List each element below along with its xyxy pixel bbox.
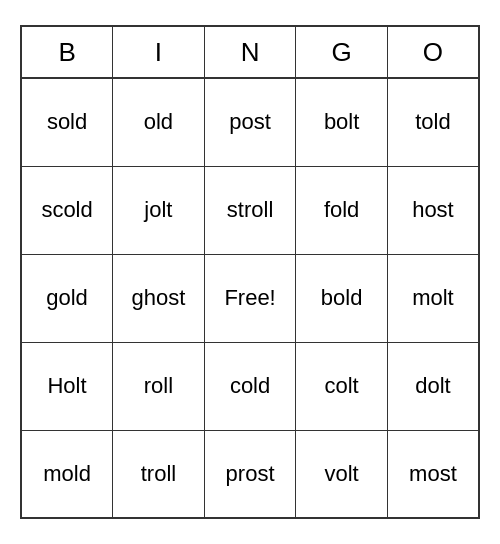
cell-r0-c3: bolt xyxy=(296,78,388,166)
cell-r4-c1: troll xyxy=(113,430,205,518)
cell-r0-c2: post xyxy=(204,78,296,166)
cell-r3-c1: roll xyxy=(113,342,205,430)
cell-r2-c0: gold xyxy=(21,254,113,342)
cell-r0-c4: told xyxy=(387,78,479,166)
cell-r3-c2: cold xyxy=(204,342,296,430)
cell-r2-c2: Free! xyxy=(204,254,296,342)
cell-r0-c0: sold xyxy=(21,78,113,166)
cell-r3-c4: dolt xyxy=(387,342,479,430)
table-row: moldtrollprostvoltmost xyxy=(21,430,479,518)
table-row: soldoldpostbolttold xyxy=(21,78,479,166)
table-row: Holtrollcoldcoltdolt xyxy=(21,342,479,430)
cell-r1-c3: fold xyxy=(296,166,388,254)
bingo-body: soldoldpostbolttoldscoldjoltstrollfoldho… xyxy=(21,78,479,518)
cell-r3-c3: colt xyxy=(296,342,388,430)
cell-r2-c4: molt xyxy=(387,254,479,342)
header-col-i: I xyxy=(113,26,205,78)
header-col-g: G xyxy=(296,26,388,78)
cell-r1-c4: host xyxy=(387,166,479,254)
cell-r1-c0: scold xyxy=(21,166,113,254)
cell-r3-c0: Holt xyxy=(21,342,113,430)
cell-r2-c3: bold xyxy=(296,254,388,342)
bingo-card: BINGO soldoldpostbolttoldscoldjoltstroll… xyxy=(20,25,480,519)
cell-r1-c1: jolt xyxy=(113,166,205,254)
cell-r4-c2: prost xyxy=(204,430,296,518)
cell-r4-c0: mold xyxy=(21,430,113,518)
table-row: scoldjoltstrollfoldhost xyxy=(21,166,479,254)
header-col-b: B xyxy=(21,26,113,78)
cell-r2-c1: ghost xyxy=(113,254,205,342)
bingo-header: BINGO xyxy=(21,26,479,78)
header-col-n: N xyxy=(204,26,296,78)
header-col-o: O xyxy=(387,26,479,78)
cell-r0-c1: old xyxy=(113,78,205,166)
table-row: goldghostFree!boldmolt xyxy=(21,254,479,342)
cell-r1-c2: stroll xyxy=(204,166,296,254)
cell-r4-c4: most xyxy=(387,430,479,518)
cell-r4-c3: volt xyxy=(296,430,388,518)
